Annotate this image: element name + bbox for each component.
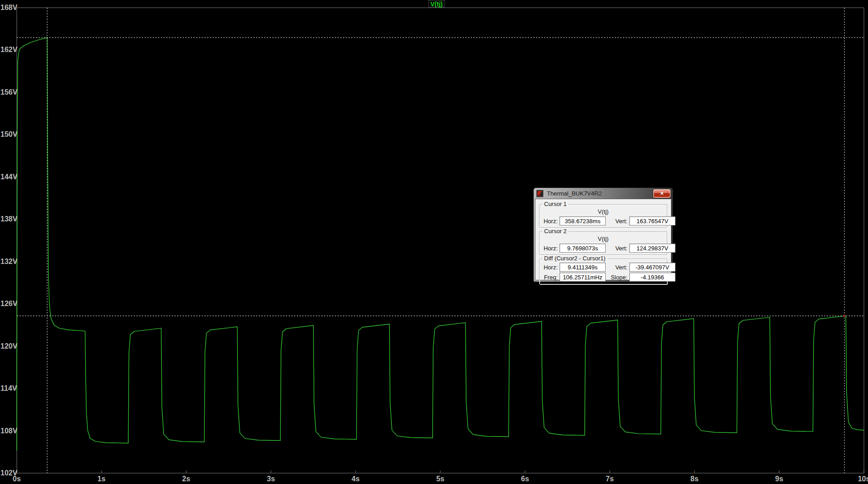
x-axis-tick-label: 1s bbox=[91, 475, 112, 483]
x-axis-tick-label: 7s bbox=[599, 475, 620, 483]
cursor2-trace-name: V(tj) bbox=[541, 235, 665, 242]
waveform-trace[interactable] bbox=[17, 38, 864, 450]
trace-label[interactable]: V(tj) bbox=[429, 0, 444, 7]
diff-vert-label: Vert: bbox=[608, 264, 627, 271]
x-axis-tick-label: 10s bbox=[854, 475, 868, 483]
x-axis-tick-label: 6s bbox=[515, 475, 535, 483]
y-axis-tick-label: 144V bbox=[0, 173, 15, 181]
cursor1-vert-label: Vert: bbox=[608, 218, 627, 225]
diff-freq-value[interactable]: 106.25711mHz bbox=[559, 273, 606, 282]
diff-slope-value[interactable]: -4.19366 bbox=[629, 273, 675, 282]
x-axis-tick-label: 4s bbox=[345, 475, 366, 483]
diff-freq-label: Freq: bbox=[541, 274, 558, 281]
y-axis-tick-label: 108V bbox=[0, 427, 15, 435]
x-axis-tick-label: 5s bbox=[430, 475, 451, 483]
x-axis-tick-label: 2s bbox=[176, 475, 197, 483]
ltspice-icon bbox=[536, 190, 544, 197]
diff-group: Diff (Cursor2 - Cursor1) Horz: 9.4111349… bbox=[539, 259, 667, 284]
cursor1-vert-value[interactable]: 163.76547V bbox=[629, 216, 675, 225]
dialog-title: Thermal_BUK7V4R2 bbox=[547, 190, 653, 197]
diff-vert-value[interactable]: -39.467097V bbox=[629, 263, 675, 272]
diff-horz-label: Horz: bbox=[541, 264, 558, 271]
cursor2-marker bbox=[844, 315, 845, 317]
cursor2-group: Cursor 2 V(tj) Horz: 9.7698073s Vert: 12… bbox=[539, 231, 667, 255]
y-axis-tick-label: 162V bbox=[0, 46, 15, 53]
y-axis-tick-label: 150V bbox=[0, 131, 15, 138]
close-icon: ✕ bbox=[660, 191, 664, 196]
y-axis-tick-label: 120V bbox=[0, 343, 15, 350]
y-axis-tick-label: 168V bbox=[0, 4, 15, 11]
cursor1-group: Cursor 1 V(tj) Horz: 358.67238ms Vert: 1… bbox=[539, 204, 667, 228]
cursor2-horz-value[interactable]: 9.7698073s bbox=[559, 244, 606, 253]
x-axis-tick-label: 9s bbox=[769, 475, 790, 483]
cursor-dialog: Thermal_BUK7V4R2 ✕ Cursor 1 V(tj) Horz: … bbox=[534, 188, 673, 282]
waveform-plot[interactable] bbox=[0, 0, 868, 484]
cursor1-horz-label: Horz: bbox=[541, 218, 558, 225]
y-axis-tick-label: 156V bbox=[0, 89, 15, 96]
x-axis-tick-label: 8s bbox=[684, 475, 705, 483]
dialog-content: Cursor 1 V(tj) Horz: 358.67238ms Vert: 1… bbox=[535, 199, 671, 280]
cursor1-section-label: Cursor 1 bbox=[542, 201, 569, 207]
x-axis-tick-label: 0s bbox=[6, 475, 27, 483]
cursor1-horz-value[interactable]: 358.67238ms bbox=[559, 216, 606, 225]
dialog-titlebar[interactable]: Thermal_BUK7V4R2 ✕ bbox=[534, 188, 673, 199]
waveform-viewer: 168V162V156V150V144V138V132V126V120V114V… bbox=[0, 0, 868, 484]
y-axis-tick-label: 126V bbox=[0, 300, 15, 307]
y-axis-tick-label: 132V bbox=[0, 258, 15, 265]
diff-section-label: Diff (Cursor2 - Cursor1) bbox=[542, 255, 608, 262]
cursor2-horz-label: Horz: bbox=[541, 245, 558, 252]
x-axis-tick-label: 3s bbox=[260, 475, 281, 483]
cursor1-trace-name: V(tj) bbox=[541, 208, 665, 215]
diff-slope-label: Slope: bbox=[608, 274, 627, 281]
y-axis-tick-label: 138V bbox=[0, 216, 15, 223]
cursor2-vert-label: Vert: bbox=[608, 245, 627, 252]
close-button[interactable]: ✕ bbox=[653, 189, 670, 198]
diff-horz-value[interactable]: 9.4111349s bbox=[559, 263, 606, 272]
y-axis-tick-label: 114V bbox=[0, 385, 15, 392]
cursor2-section-label: Cursor 2 bbox=[542, 228, 569, 235]
cursor2-vert-value[interactable]: 124.29837V bbox=[629, 244, 675, 253]
